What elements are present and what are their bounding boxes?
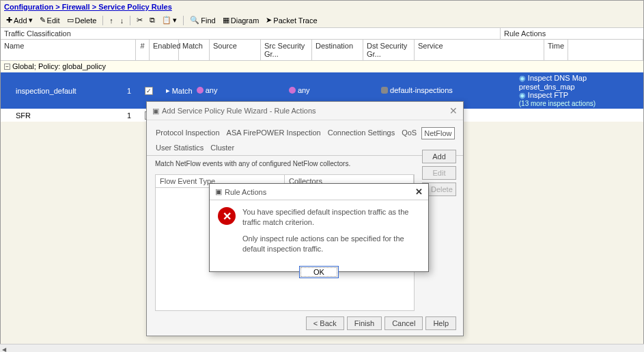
add-button[interactable]: ✚Add▾	[4, 15, 35, 25]
finish-button[interactable]: Finish	[347, 316, 382, 330]
row-dest: any	[285, 84, 332, 97]
alert-title: Rule Actions	[225, 188, 266, 196]
paste-icon: 📋	[162, 16, 171, 25]
wizard-title: Add Service Policy Rule Wizard - Rule Ac…	[162, 107, 316, 115]
traffic-classification-header: Traffic Classification	[1, 28, 500, 39]
wizard-icon: ▣	[152, 107, 159, 116]
back-button[interactable]: < Back	[306, 316, 344, 330]
row-actions: ◉ Inspect DNS Map preset_dns_map ◉ Inspe…	[516, 72, 643, 109]
breadcrumb[interactable]: Configuration > Firewall > Service Polic…	[1, 1, 643, 13]
row-service: default-inspections	[378, 84, 494, 97]
alert-titlebar[interactable]: ▣ Rule Actions ✕	[210, 184, 428, 200]
alert-dialog: ▣ Rule Actions ✕ ✕ You have specified de…	[209, 183, 429, 272]
row-name: inspection_default	[1, 85, 123, 97]
plus-icon: ✚	[6, 16, 12, 25]
col-service[interactable]: Service	[415, 40, 544, 60]
tab-protocol-inspection[interactable]: Protocol Inspection	[154, 127, 222, 139]
tab-netflow[interactable]: NetFlow	[421, 127, 454, 139]
close-icon[interactable]: ✕	[449, 105, 458, 116]
ok-button[interactable]: OK	[299, 266, 339, 278]
arrow-down-icon: ↓	[120, 16, 124, 25]
col-num[interactable]: #	[136, 40, 150, 60]
diagram-button[interactable]: ▦Diagram	[221, 15, 262, 25]
tab-user-statistics[interactable]: User Statistics	[154, 142, 206, 153]
cut-button[interactable]: ✂	[135, 15, 145, 25]
row-num: 1	[123, 85, 136, 97]
cut-icon: ✂	[137, 16, 143, 25]
close-icon[interactable]: ✕	[415, 187, 423, 197]
packet-trace-button[interactable]: ➤Packet Trace	[264, 15, 319, 25]
collapse-icon[interactable]: −	[4, 64, 10, 70]
search-icon: 🔍	[190, 16, 199, 25]
help-button[interactable]: Help	[425, 316, 456, 330]
col-match[interactable]: Match	[179, 40, 210, 60]
arrow-icon: ◉	[519, 91, 526, 99]
edit-icon: ✎	[40, 16, 46, 25]
group-label: Global; Policy: global_policy	[12, 62, 106, 70]
wizard-tabs: Protocol Inspection ASA FirePOWER Inspec…	[147, 120, 463, 156]
arrow-icon: ◉	[519, 74, 526, 82]
trace-icon: ➤	[266, 16, 272, 25]
grid-header: Name # Enabled Match Source Src Security…	[1, 40, 643, 61]
horizontal-scrollbar[interactable]: ◀	[0, 344, 644, 352]
dropdown-arrow-icon[interactable]: ▾	[29, 16, 33, 25]
separator	[130, 16, 130, 25]
wizard-footer-buttons: < Back Finish Cancel Help	[306, 316, 456, 330]
alert-message: You have specified default inspection tr…	[242, 207, 420, 255]
tab-connection-settings[interactable]: Connection Settings	[326, 127, 397, 139]
wizard-subtitle: Match NetFlow events with any of configu…	[147, 156, 463, 172]
arrow-up-icon: ↑	[109, 16, 113, 25]
source-any-icon	[197, 87, 204, 94]
move-up-button[interactable]: ↑	[107, 16, 115, 25]
col-dest[interactable]: Destination	[312, 40, 363, 60]
col-src-sec[interactable]: Src Security Gr...	[261, 40, 312, 60]
tab-asa-firepower[interactable]: ASA FirePOWER Inspection	[225, 127, 323, 139]
rule-actions-header: Rule Actions	[500, 28, 643, 39]
edit-button[interactable]: ✎Edit	[38, 15, 62, 25]
row-match: ▸Match	[163, 84, 193, 97]
row-name: SFR	[1, 109, 123, 122]
scroll-left-icon[interactable]: ◀	[0, 346, 8, 353]
col-enabled[interactable]: Enabled	[150, 40, 179, 60]
col-name[interactable]: Name	[1, 40, 136, 60]
find-button[interactable]: 🔍Find	[188, 15, 217, 25]
copy-icon: ⧉	[150, 16, 155, 25]
dest-any-icon	[289, 87, 296, 94]
col-time[interactable]: Time	[544, 40, 568, 60]
cancel-button[interactable]: Cancel	[384, 316, 423, 330]
col-actions-spacer	[568, 40, 643, 60]
dropdown-arrow-icon[interactable]: ▾	[173, 16, 177, 25]
alert-app-icon: ▣	[215, 187, 222, 196]
row-source: any	[193, 84, 240, 97]
separator	[102, 16, 103, 25]
col-source[interactable]: Source	[210, 40, 261, 60]
delete-button[interactable]: ▭Delete	[65, 15, 99, 25]
tab-cluster[interactable]: Cluster	[208, 142, 236, 153]
wizard-titlebar[interactable]: ▣ Add Service Policy Rule Wizard - Rule …	[147, 102, 463, 120]
delete-icon: ▭	[67, 16, 74, 25]
error-icon: ✕	[218, 207, 236, 225]
add-button[interactable]: Add	[422, 150, 456, 163]
diagram-icon: ▦	[223, 16, 229, 25]
match-icon: ▸	[166, 86, 170, 95]
col-dst-sec[interactable]: Dst Security Gr...	[363, 40, 415, 60]
move-down-button[interactable]: ↓	[118, 16, 126, 25]
service-icon	[381, 87, 388, 94]
checkbox-icon[interactable]: ✓	[145, 87, 153, 95]
row-num: 1	[123, 109, 136, 122]
row-enabled[interactable]: ✓	[135, 84, 162, 97]
tab-qos[interactable]: QoS	[400, 127, 419, 139]
main-toolbar: ✚Add▾ ✎Edit ▭Delete ↑ ↓ ✂ ⧉ 📋▾ 🔍Find ▦Di…	[1, 13, 643, 28]
copy-button[interactable]: ⧉	[148, 15, 157, 25]
policy-group-row[interactable]: − Global; Policy: global_policy	[1, 61, 643, 72]
paste-button[interactable]: 📋▾	[160, 15, 179, 25]
separator	[183, 16, 184, 25]
edit-button[interactable]: Edit	[422, 166, 456, 180]
